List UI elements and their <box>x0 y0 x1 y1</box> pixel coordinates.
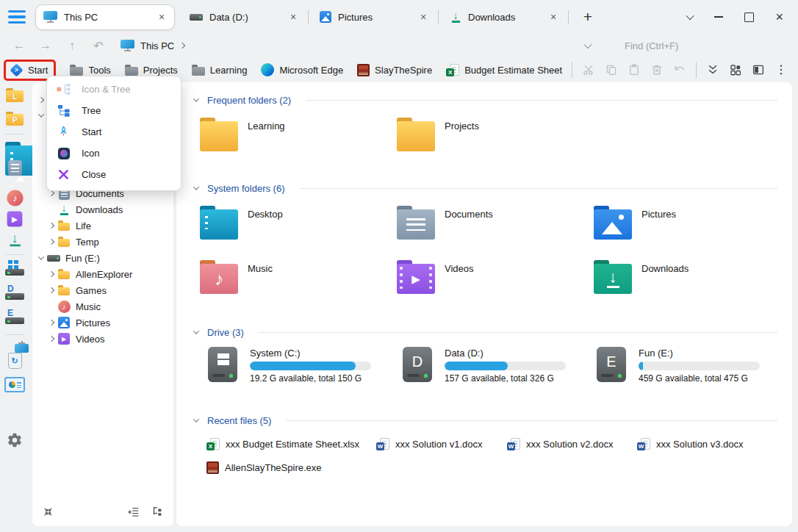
recent-file-solution-v2[interactable]: xxx Solution v2.docx <box>507 438 614 450</box>
tree-item-temp[interactable]: Temp <box>32 234 173 250</box>
recent-file-solution-v1[interactable]: xxx Solution v1.docx <box>376 438 483 450</box>
rail-drive-d[interactable]: D <box>5 286 24 300</box>
folder-item-desktop[interactable]: Desktop <box>200 206 283 240</box>
toolbar-learning-button[interactable]: Learning <box>192 65 248 76</box>
tab-close-icon[interactable] <box>548 11 558 23</box>
tree-item-downloads[interactable]: Downloads <box>32 201 173 218</box>
breadcrumb[interactable]: This PC <box>121 40 184 51</box>
section-collapse-chevron-icon[interactable] <box>193 184 199 190</box>
side-panel-icon[interactable] <box>752 63 765 76</box>
cut-icon[interactable] <box>582 63 595 76</box>
tree-collapsed-chevron-icon[interactable] <box>39 92 43 105</box>
menu-item-close[interactable]: Close <box>47 164 181 185</box>
tab-close-icon[interactable] <box>418 11 428 23</box>
minimize-button[interactable] <box>714 16 723 18</box>
paste-icon[interactable] <box>628 63 641 76</box>
chevron-down-icon[interactable] <box>36 256 46 260</box>
content-panel: Frequent folders (2) Learning Projects S… <box>176 82 792 526</box>
tab-data-d[interactable]: Data (D:) <box>182 5 306 29</box>
menu-item-icon[interactable]: Icon <box>47 143 181 164</box>
rail-projects-folder[interactable]: P <box>6 112 24 126</box>
rail-control-panel[interactable] <box>4 377 25 392</box>
tree-expanded-chevron-icon[interactable] <box>39 107 43 121</box>
tab-label: Pictures <box>338 12 411 23</box>
rail-recycle-bin[interactable] <box>8 353 22 369</box>
up-button[interactable] <box>65 39 79 52</box>
chevron-right-icon[interactable] <box>46 191 57 195</box>
group-view-icon[interactable] <box>729 63 742 76</box>
undo-navigation-button[interactable] <box>91 39 106 53</box>
menu-item-start[interactable]: Start <box>47 121 181 143</box>
tab-pictures[interactable]: Pictures <box>312 5 436 29</box>
toolbar-projects-button[interactable]: Projects <box>125 65 178 76</box>
folder-item-videos[interactable]: Videos <box>397 260 474 294</box>
tree-item-videos[interactable]: Videos <box>32 331 173 347</box>
tree-item-label: Music <box>76 301 101 312</box>
copy-icon[interactable] <box>605 63 618 76</box>
more-options-icon[interactable] <box>774 63 788 76</box>
tree-item-allenexplorer[interactable]: AllenExplorer <box>32 266 173 282</box>
tabs-overflow-chevron-icon[interactable] <box>686 12 694 20</box>
rail-videos[interactable] <box>9 213 21 225</box>
forward-button[interactable] <box>38 39 53 52</box>
chevron-right-icon[interactable] <box>46 272 57 276</box>
undo-icon[interactable] <box>673 63 686 76</box>
excel-icon <box>206 438 220 450</box>
toolbar-budget-sheet-button[interactable]: Budget Estimate Sheet <box>446 64 562 76</box>
toolbar-microsoft-edge-button[interactable]: Microsoft Edge <box>261 63 343 76</box>
toolbar-tools-button[interactable]: Tools <box>70 65 110 76</box>
tree-item-games[interactable]: Games <box>32 282 173 298</box>
rail-downloads[interactable] <box>9 234 21 245</box>
folder-item-music[interactable]: Music <box>200 260 273 294</box>
recent-file-allenslaythespire[interactable]: AllenSlayTheSpire.exe <box>206 461 322 474</box>
rail-drive-c-windows[interactable] <box>5 262 24 276</box>
menu-item-icon-and-tree[interactable]: Icon & Tree <box>47 79 181 100</box>
address-dropdown-chevron-icon[interactable] <box>583 40 592 48</box>
new-tab-button[interactable]: + <box>580 8 596 26</box>
folder-item-documents[interactable]: Documents <box>397 206 493 240</box>
folder-item-pictures[interactable]: Pictures <box>594 206 676 240</box>
tree-item-pictures[interactable]: Pictures <box>32 314 173 331</box>
recent-file-budget-sheet[interactable]: xxx Budget Estimate Sheet.xlsx <box>206 438 359 450</box>
tree-item-fun-e[interactable]: Fun (E:) <box>32 250 173 266</box>
chevron-right-icon[interactable] <box>46 240 57 244</box>
collapse-all-icon[interactable] <box>42 506 54 521</box>
tab-close-icon[interactable] <box>157 11 167 23</box>
section-collapse-chevron-icon[interactable] <box>193 96 199 101</box>
tab-close-icon[interactable] <box>288 11 298 23</box>
rail-settings[interactable] <box>7 432 23 451</box>
toolbar-slaythespire-button[interactable]: SlayTheSpire <box>357 64 432 76</box>
chevron-right-icon[interactable] <box>46 337 57 341</box>
recent-file-solution-v3[interactable]: xxx Solution v3.docx <box>637 438 744 450</box>
section-collapse-chevron-icon[interactable] <box>193 416 199 422</box>
drive-item-data-d[interactable]: D Data (D:) 157 G available, total 326 G <box>403 347 566 384</box>
rail-learning-folder[interactable]: L <box>6 88 24 102</box>
hamburger-menu-icon[interactable] <box>8 10 26 24</box>
rail-music[interactable] <box>9 192 21 204</box>
expand-all-icon[interactable] <box>706 63 719 76</box>
folder-item-downloads[interactable]: Downloads <box>594 260 689 294</box>
back-button[interactable] <box>12 39 26 52</box>
chevron-right-icon[interactable] <box>46 223 57 228</box>
maximize-button[interactable] <box>744 12 754 22</box>
tree-view-icon[interactable] <box>151 506 164 521</box>
folder-item-projects[interactable]: Projects <box>397 118 479 151</box>
menu-item-tree[interactable]: Tree <box>47 100 181 121</box>
drive-item-system-c[interactable]: System (C:) 19.2 G available, total 150 … <box>208 347 371 384</box>
folder-item-learning[interactable]: Learning <box>200 118 285 151</box>
find-input[interactable]: Find (Ctrl+F) <box>625 40 691 51</box>
delete-icon[interactable] <box>650 63 664 76</box>
tab-downloads[interactable]: Downloads <box>442 5 566 29</box>
chevron-right-icon[interactable] <box>46 320 57 325</box>
drive-item-fun-e[interactable]: E Fun (E:) 459 G available, total 475 G <box>597 347 760 384</box>
chevron-right-icon[interactable] <box>46 288 57 292</box>
close-window-button[interactable] <box>775 10 783 24</box>
folder-label: Learning <box>248 118 285 151</box>
tab-this-pc[interactable]: This PC <box>35 4 175 30</box>
section-collapse-chevron-icon[interactable] <box>193 328 199 334</box>
outdent-list-icon[interactable] <box>127 506 140 521</box>
tree-item-music[interactable]: Music <box>32 298 173 314</box>
rail-documents[interactable] <box>10 162 21 174</box>
tree-item-life[interactable]: Life <box>32 218 173 234</box>
rail-drive-e[interactable]: E <box>5 310 24 324</box>
